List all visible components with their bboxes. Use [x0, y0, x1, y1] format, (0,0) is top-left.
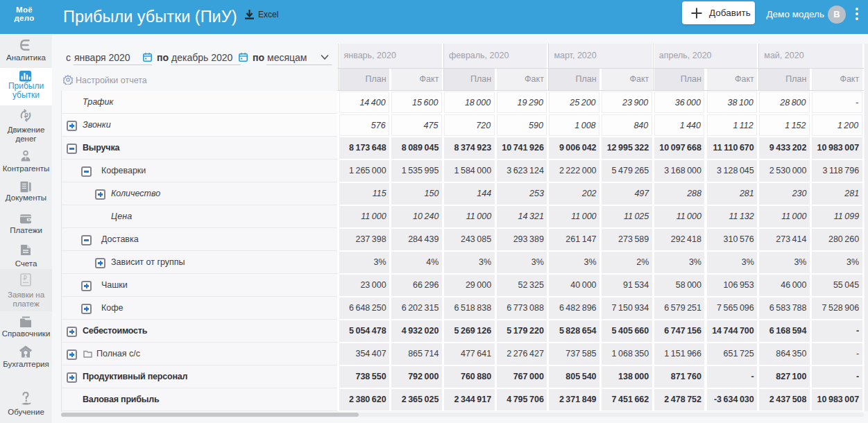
svg-text:₽: ₽ [24, 275, 27, 282]
svg-text:₽: ₽ [24, 112, 28, 119]
